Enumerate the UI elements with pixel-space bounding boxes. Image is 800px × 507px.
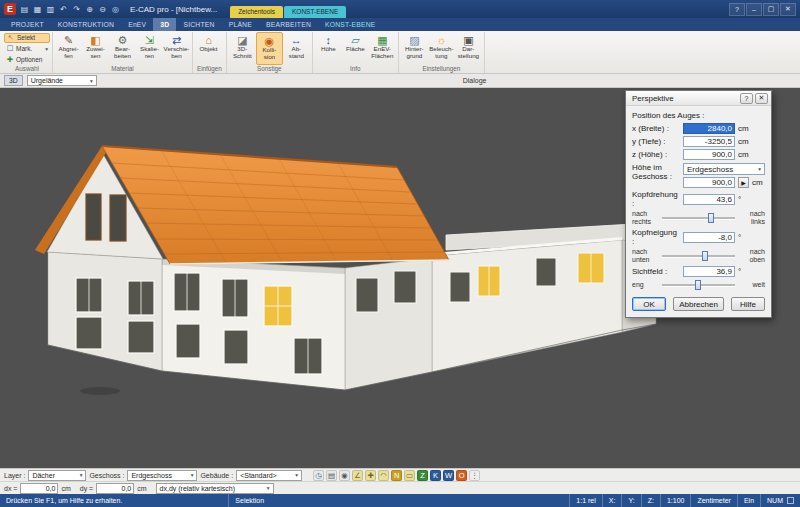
kopfneigung-unit: °: [738, 233, 765, 242]
zoom-out-icon[interactable]: ⊖: [97, 4, 108, 15]
app-z-icon[interactable]: Z: [417, 470, 428, 481]
optionen-button[interactable]: ✚ Optionen: [4, 55, 50, 65]
compass-icon[interactable]: ✚: [365, 470, 376, 481]
enev-flaechen-button[interactable]: ▦ EnEV- Flächen: [369, 32, 396, 65]
status-unit[interactable]: Zentimeter: [690, 494, 736, 507]
flaeche-button[interactable]: ▱ Fläche: [342, 32, 369, 65]
slider-thumb[interactable]: [695, 280, 701, 290]
status-scale[interactable]: 1:100: [660, 494, 691, 507]
sichtfeld-input[interactable]: 36,9: [683, 266, 735, 277]
beleuchtung-button[interactable]: ☼ Beleuch- tung: [428, 32, 455, 65]
schnitt-3d-button[interactable]: ◪ 3D- Schnitt: [229, 32, 256, 65]
skalieren-button[interactable]: ⇲ Skalie- ren: [136, 32, 163, 65]
sichtfeld-slider[interactable]: [660, 279, 737, 291]
context-tab-zeichentools[interactable]: Zeichentools: [230, 6, 283, 18]
ruler-icon[interactable]: ▭: [404, 470, 415, 481]
app-o-icon[interactable]: O: [456, 470, 467, 481]
x-input[interactable]: 2840,0: [683, 123, 735, 134]
ok-button[interactable]: OK: [632, 297, 666, 311]
abbrechen-button[interactable]: Abbrechen: [673, 297, 724, 311]
app-w-icon[interactable]: W: [443, 470, 454, 481]
tab-plaene[interactable]: PLÄNE: [222, 18, 259, 31]
y-input[interactable]: -3250,5: [683, 136, 735, 147]
geschoss-select[interactable]: Erdgeschoss ▾: [683, 163, 765, 175]
dialoge-button[interactable]: Dialoge: [457, 75, 493, 86]
print-icon[interactable]: ▥: [45, 4, 56, 15]
viewport-3d[interactable]: Perspektive ? ✕ Position des Auges : x (…: [0, 88, 800, 468]
north-arrow-icon[interactable]: N: [391, 470, 402, 481]
tab-bearbeiten[interactable]: BEARBEITEN: [259, 18, 318, 31]
objekt-button[interactable]: ⌂ Objekt: [195, 32, 222, 65]
dialog-title-bar[interactable]: Perspektive ? ✕: [626, 91, 771, 106]
hoehe-label: Höhe im Geschoss :: [632, 163, 680, 188]
hintergrund-button[interactable]: ▨ Hinter- grund: [401, 32, 428, 65]
save-icon[interactable]: ▦: [32, 4, 43, 15]
context-tab-konst-ebene[interactable]: KONST-EBENE: [284, 6, 346, 18]
tab-enev[interactable]: EnEV: [121, 18, 153, 31]
geschoss-select-bottom[interactable]: Erdgeschoss ▾: [127, 470, 197, 481]
help-button[interactable]: ?: [729, 3, 745, 16]
optionen-label: Optionen: [16, 56, 42, 63]
x-label: x (Breite) :: [632, 124, 680, 133]
minimize-button[interactable]: –: [746, 3, 762, 16]
sichtfeld-right-label: weit: [739, 281, 765, 289]
tab-projekt[interactable]: PROJEKT: [4, 18, 51, 31]
chevron-down-icon: ▾: [45, 46, 48, 52]
maximize-button[interactable]: ▢: [763, 3, 779, 16]
tab-konstruktion[interactable]: KONSTRUKTION: [51, 18, 121, 31]
app-k-icon[interactable]: K: [430, 470, 441, 481]
dialog-help-button[interactable]: ?: [740, 93, 753, 104]
selekt-button[interactable]: ↖ Selekt: [4, 33, 50, 43]
kopfneigung-input[interactable]: -8,0: [683, 232, 735, 243]
redo-icon[interactable]: ↷: [71, 4, 82, 15]
z-input[interactable]: 900,0: [683, 149, 735, 160]
slider-thumb[interactable]: [708, 213, 714, 223]
hoehe-input[interactable]: 900,0: [683, 177, 735, 188]
verschieben-button[interactable]: ⇄ Verschie- ben: [163, 32, 190, 65]
mark-button[interactable]: ☐ Mark. ▾: [4, 44, 50, 54]
coord-mode-select[interactable]: dx,dy (relativ kartesisch) ▾: [156, 483, 274, 494]
protractor-icon[interactable]: ◠: [378, 470, 389, 481]
gebaeude-select[interactable]: <Standard> ▾: [236, 470, 302, 481]
zoom-in-icon[interactable]: ⊕: [84, 4, 95, 15]
clock-icon[interactable]: ◷: [313, 470, 324, 481]
close-button[interactable]: ✕: [780, 3, 796, 16]
zuweisen-button[interactable]: ◧ Zuwei- sen: [82, 32, 109, 65]
bearbeiten-button[interactable]: ⚙ Bear- beiten: [109, 32, 136, 65]
slider-thumb[interactable]: [702, 251, 708, 261]
undo-icon[interactable]: ↶: [58, 4, 69, 15]
dy-input[interactable]: 0,0: [96, 483, 134, 494]
terrain-select[interactable]: Urgelände ▾: [27, 75, 97, 86]
tab-3d[interactable]: 3D: [153, 18, 176, 31]
abgreifen-button[interactable]: ✎ Abgrei- fen: [55, 32, 82, 65]
dx-label: dx =: [4, 485, 17, 492]
kollision-button[interactable]: ◉ Kolli- sion: [256, 32, 283, 65]
kopfneigung-slider[interactable]: [660, 250, 737, 262]
tab-konst-ebene[interactable]: KONST-EBENE: [318, 18, 383, 31]
dx-input[interactable]: 0,0: [20, 483, 58, 494]
darstellung-button[interactable]: ▣ Dar- stellung: [455, 32, 482, 65]
status-ein[interactable]: Ein: [737, 494, 760, 507]
tab-sichten[interactable]: SICHTEN: [176, 18, 221, 31]
kopfdrehung-input[interactable]: 43,6: [683, 194, 735, 205]
kopfdrehung-slider[interactable]: [660, 212, 737, 224]
title-bar: E ▤ ▦ ▥ ↶ ↷ ⊕ ⊖ ◎ E-CAD pro - [Nichtbew.…: [0, 0, 800, 18]
print-icon[interactable]: ▤: [326, 470, 337, 481]
dialog-close-button[interactable]: ✕: [755, 93, 768, 104]
view-mode-chip[interactable]: 3D: [4, 75, 23, 86]
spin-button[interactable]: ▶: [738, 177, 749, 188]
angle-icon[interactable]: ∠: [352, 470, 363, 481]
zoom-fit-icon[interactable]: ◎: [110, 4, 121, 15]
camera-icon[interactable]: ◉: [339, 470, 350, 481]
abstand-button[interactable]: ↔ Ab- stand: [283, 32, 310, 65]
layer-select[interactable]: Dächer ▾: [28, 470, 86, 481]
z-label: z (Höhe) :: [632, 150, 680, 159]
app-logo-icon[interactable]: E: [4, 3, 16, 15]
hoehe-button[interactable]: ↕ Höhe: [315, 32, 342, 65]
menu-icon[interactable]: ▤: [19, 4, 30, 15]
hilfe-button[interactable]: Hilfe: [731, 297, 765, 311]
bottom-toolbar: Layer : Dächer ▾ Geschoss : Erdgeschoss …: [0, 468, 800, 481]
bottom-icon-strip: ◷ ▤ ◉ ∠ ✚ ◠ N ▭ Z K W O ⋮: [313, 470, 480, 481]
attic-window: [110, 195, 126, 241]
more-icon[interactable]: ⋮: [469, 470, 480, 481]
